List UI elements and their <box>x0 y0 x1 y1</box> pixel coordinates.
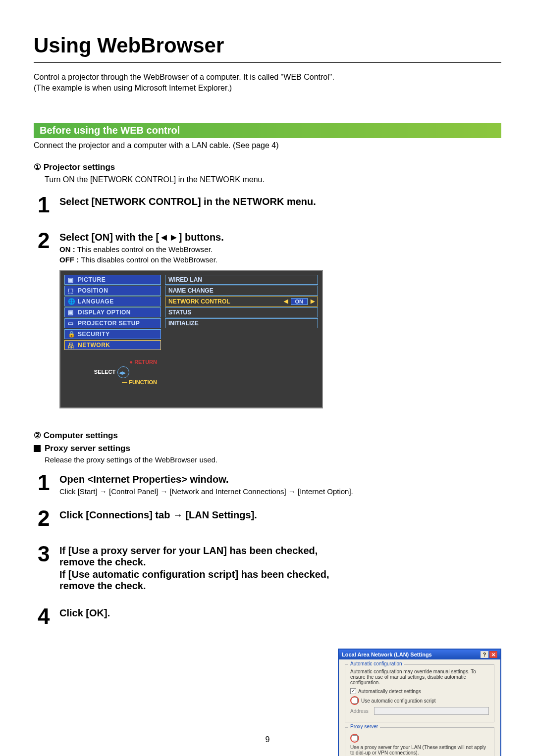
menu-item-projector-setup: ▭PROJECTOR SETUP <box>64 318 161 328</box>
menu-r-network-control: NETWORK CONTROL ◀ ON ▶ <box>165 297 318 306</box>
menu-label: POSITION <box>78 287 108 294</box>
intro-line-1: Control a projector through the WebBrows… <box>34 73 334 81</box>
picture-icon: ▣ <box>68 276 75 283</box>
auto-address-row: Address <box>350 707 489 715</box>
intro-text: Control a projector through the WebBrows… <box>34 72 501 94</box>
address-label: Address <box>350 708 372 714</box>
menu-label: PROJECTOR SETUP <box>78 320 140 327</box>
proxy-use-label: Use a proxy server for your LAN (These s… <box>350 745 489 756</box>
computer-settings-heading: ② Computer settings <box>34 430 501 441</box>
menu-label: SECURITY <box>78 331 110 338</box>
lock-icon: 🔒 <box>68 331 75 338</box>
step-sub: Click [Start] → [Control Panel] → [Netwo… <box>59 486 501 497</box>
globe-icon: 🌐 <box>68 298 75 305</box>
left-arrow-icon: ◀ <box>284 298 288 304</box>
menu-r-name-change: NAME CHANGE <box>165 286 318 296</box>
menu-label: PICTURE <box>78 276 106 283</box>
menu-r-wired-lan: WIRED LAN <box>165 275 318 285</box>
computer-step-3: 3 If [Use a proxy server for your LAN] h… <box>34 543 336 593</box>
step-number: 4 <box>38 605 59 627</box>
auto-config-note: Automatic configuration may override man… <box>350 669 489 685</box>
close-button[interactable]: ✕ <box>489 651 497 658</box>
step-title-line1: If [Use a proxy server for your LAN] has… <box>59 545 336 568</box>
menu-r-status: STATUS <box>165 307 318 317</box>
proxy-legend: Proxy server <box>348 724 380 729</box>
computer-step-4: 4 Click [OK]. <box>34 605 501 627</box>
menu-item-picture: ▣PICTURE <box>64 275 161 285</box>
step-number: 1 <box>38 194 59 216</box>
step-title: Select [NETWORK CONTROL] in the NETWORK … <box>59 196 501 207</box>
right-arrow-icon: ▶ <box>311 298 315 304</box>
menu-item-language: 🌐LANGUAGE <box>64 297 161 306</box>
auto-script-row: Use automatic configuration script <box>350 696 489 705</box>
projector-step-1: 1 Select [NETWORK CONTROL] in the NETWOR… <box>34 194 501 216</box>
computer-step-2: 2 Click [Connections] tab → [LAN Setting… <box>34 507 501 529</box>
section-intro: Connect the projector and a computer wit… <box>34 141 501 150</box>
position-icon: ⬚ <box>68 287 75 294</box>
display-icon: ▣ <box>68 309 75 316</box>
step-title: Click [Connections] tab → [LAN Settings]… <box>59 509 501 521</box>
projector-settings-heading: ① Projector settings <box>34 162 501 172</box>
menu-label: DISPLAY OPTION <box>78 309 131 316</box>
auto-detect-checkbox[interactable] <box>350 688 356 694</box>
menu-label: NETWORK <box>78 342 110 349</box>
proxy-heading-text: Proxy server settings <box>45 444 130 454</box>
proxy-sub: Release the proxy settings of the WebBro… <box>34 455 501 464</box>
square-bullet-icon <box>34 445 41 452</box>
auto-detect-row: Automatically detect settings <box>350 688 489 694</box>
on-badge: ON <box>291 298 308 305</box>
menu-r-initialize: INITIALIZE <box>165 318 318 328</box>
projector-menu-screenshot: ▣PICTURE ⬚POSITION 🌐LANGUAGE ▣DISPLAY OP… <box>59 270 323 408</box>
menu-item-security: 🔒SECURITY <box>64 329 161 339</box>
menu-right-column: WIRED LAN NAME CHANGE NETWORK CONTROL ◀ … <box>165 275 318 403</box>
arrow-circle-icon <box>117 366 129 378</box>
menu-footer: ● RETURN SELECT — FUNCTION <box>64 358 161 387</box>
lan-dialog-title: Local Area Network (LAN) Settings <box>342 652 432 657</box>
page-title: Using WebBrowser <box>34 34 501 63</box>
on-label: ON : <box>59 245 77 253</box>
red-circle-icon <box>350 696 359 705</box>
step-number: 2 <box>38 507 59 529</box>
menu-label: STATUS <box>168 309 191 316</box>
lan-dialog-titlebar: Local Area Network (LAN) Settings ? ✕ <box>339 650 500 659</box>
function-label: — FUNCTION <box>122 379 157 385</box>
menu-item-position: ⬚POSITION <box>64 286 161 296</box>
auto-detect-label: Automatically detect settings <box>358 689 421 694</box>
menu-label: NAME CHANGE <box>168 287 214 294</box>
step-title: Select [ON] with the [◄►] buttons. <box>59 232 501 243</box>
help-button[interactable]: ? <box>481 651 488 658</box>
intro-line-2: (The example is when using Microsoft Int… <box>34 84 232 92</box>
select-label: SELECT <box>94 369 115 375</box>
off-desc: This disables control on the WebBrowser. <box>81 255 217 264</box>
projector-icon: ▭ <box>68 320 75 327</box>
menu-label: LANGUAGE <box>78 298 114 305</box>
step-number: 3 <box>38 543 59 565</box>
auto-config-group: Automatic configuration Automatic config… <box>345 664 494 722</box>
menu-label: NETWORK CONTROL <box>168 298 230 305</box>
menu-left-column: ▣PICTURE ⬚POSITION 🌐LANGUAGE ▣DISPLAY OP… <box>64 275 161 403</box>
step-number: 2 <box>38 230 59 252</box>
auto-config-legend: Automatic configuration <box>348 661 404 666</box>
section-heading: Before using the WEB control <box>34 123 501 138</box>
step-title: Click [OK]. <box>59 607 501 619</box>
step-number: 1 <box>38 472 59 494</box>
menu-label: WIRED LAN <box>168 276 202 283</box>
auto-script-checkbox[interactable] <box>352 698 358 704</box>
on-desc: This enables control on the WebBrowser. <box>77 245 213 253</box>
off-label: OFF : <box>59 255 81 264</box>
auto-address-input[interactable] <box>374 707 489 715</box>
return-label: ● RETURN <box>129 359 157 365</box>
proxy-heading: Proxy server settings <box>34 444 501 454</box>
network-icon: 品 <box>68 342 75 349</box>
step-sub: ON : This enables control on the WebBrow… <box>59 244 501 265</box>
step-title-line2: If [Use automatic configuration script] … <box>59 569 336 592</box>
page-number: 9 <box>0 735 535 744</box>
computer-step-1: 1 Open <Internet Properties> window. Cli… <box>34 472 501 497</box>
projector-settings-sub: Turn ON the [NETWORK CONTROL] in the NET… <box>34 175 501 184</box>
auto-script-label: Use automatic configuration script <box>361 698 436 704</box>
menu-item-network: 品NETWORK <box>64 340 161 350</box>
step-title: Open <Internet Properties> window. <box>59 474 501 485</box>
menu-label: INITIALIZE <box>168 320 199 327</box>
menu-item-display-option: ▣DISPLAY OPTION <box>64 307 161 317</box>
projector-step-2: 2 Select [ON] with the [◄►] buttons. ON … <box>34 230 501 265</box>
